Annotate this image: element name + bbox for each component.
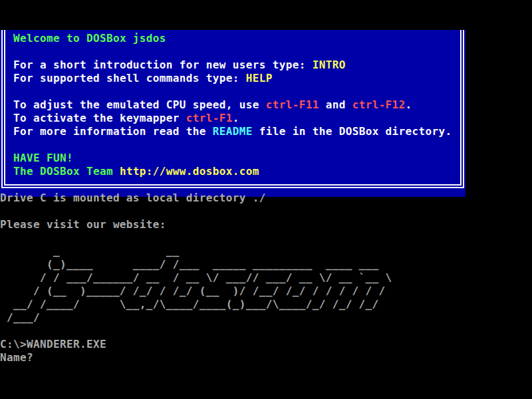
- welcome-box-text-segment: ctrl-F12: [352, 98, 406, 111]
- welcome-box-text-segment: .: [233, 112, 239, 124]
- box-border-left-inner: [4, 30, 5, 186]
- ascii-art-line: _ __: [0, 245, 180, 258]
- welcome-box-text-segment: INTRO: [313, 59, 346, 71]
- ascii-art-line: (_)____ ____/ /___ _____ _________ ____ …: [0, 258, 379, 271]
- welcome-box-text-segment: ctrl-F1: [186, 112, 233, 124]
- welcome-box-text-segment: To adjust the emulated CPU speed, use: [13, 98, 266, 111]
- welcome-box-text-segment: For supported shell commands type:: [13, 72, 246, 84]
- website-prompt: Please visit our website:: [0, 218, 166, 231]
- welcome-box-line: For a short introduction for new users t…: [13, 59, 346, 72]
- welcome-box-line: To activate the keymapper ctrl-F1.: [13, 112, 239, 125]
- ascii-art-line: /___/: [0, 311, 40, 325]
- welcome-box-text-segment: To activate the keymapper: [13, 112, 186, 124]
- box-border-right-outer: [463, 30, 464, 188]
- welcome-box-line: To adjust the emulated CPU speed, use ct…: [13, 98, 412, 112]
- welcome-box-text-segment: For more information read the: [13, 125, 213, 138]
- welcome-box-line: Welcome to DOSBox jsdos: [13, 32, 166, 45]
- welcome-box-text-segment: The DOSBox Team: [13, 165, 120, 178]
- box-border-bottom-inner: [4, 184, 462, 186]
- box-border-right-inner: [460, 30, 462, 186]
- welcome-box-line: HAVE FUN!: [13, 152, 73, 165]
- welcome-box-text-segment: ctrl-F11: [266, 98, 319, 111]
- welcome-box-text-segment: and: [319, 98, 352, 111]
- welcome-box-text-segment: HELP: [246, 72, 273, 84]
- ascii-art-line: / / ___/______/ __ / __ \/ ___// ___/ __…: [0, 271, 392, 285]
- name-input-prompt[interactable]: Name?: [0, 351, 33, 364]
- box-border-bottom-outer: [1, 187, 464, 188]
- welcome-box-text-segment: Welcome to DOSBox jsdos: [13, 32, 166, 45]
- ascii-art-line: __/ /____/ \__,_/\____/____(_)___/\____/…: [0, 298, 379, 311]
- welcome-box-text-segment: .: [406, 98, 412, 111]
- welcome-box-line: For more information read the README fil…: [13, 125, 452, 138]
- welcome-box-text-segment: http://www.dosbox.com: [120, 165, 259, 178]
- welcome-box-text-segment: file in the DOSBox directory.: [253, 125, 452, 138]
- welcome-box-text-segment: HAVE FUN!: [13, 152, 73, 164]
- command-prompt-line: C:\>WANDERER.EXE: [0, 338, 106, 351]
- ascii-art-line: / (__ )_____/ /_/ / /_/ (__ )/ /__/ /_/ …: [0, 285, 386, 298]
- welcome-box-text-segment: For a short introduction for new users t…: [13, 59, 313, 71]
- dosbox-terminal-screen[interactable]: Welcome to DOSBox jsdosFor a short intro…: [0, 0, 532, 399]
- box-border-left-outer: [1, 30, 3, 188]
- welcome-box-line: The DOSBox Team http://www.dosbox.com: [13, 165, 259, 178]
- welcome-box-line: For supported shell commands type: HELP: [13, 72, 273, 85]
- drive-mounted-message: Drive C is mounted as local directory ./: [0, 192, 266, 205]
- welcome-box-text-segment: README: [213, 125, 253, 138]
